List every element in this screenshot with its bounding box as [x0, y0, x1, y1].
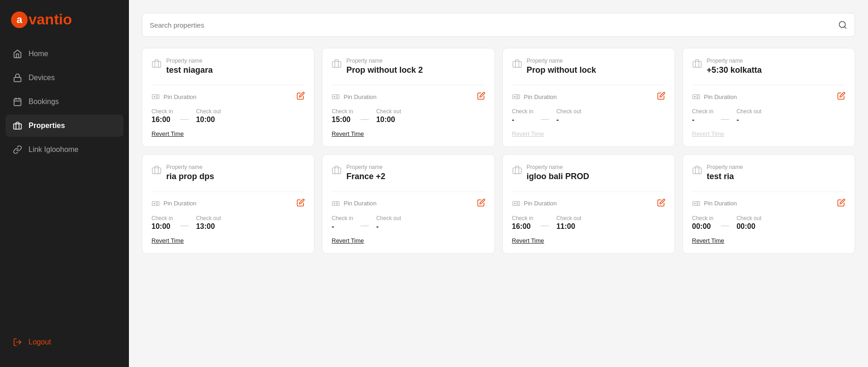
pin-icon	[332, 93, 340, 101]
sidebar-bottom: Logout	[0, 325, 129, 367]
check-out-label: Check out	[556, 215, 581, 221]
check-out-value: -	[556, 116, 581, 124]
pin-duration-label: Pin Duration	[151, 93, 197, 101]
times-row: Check in - — Check out -	[512, 108, 665, 124]
check-out-value: 11:00	[556, 222, 581, 231]
sidebar-item-bookings[interactable]: Bookings	[6, 91, 123, 113]
pin-duration-text: Pin Duration	[704, 200, 737, 207]
pin-icon	[512, 93, 520, 101]
pin-icon	[151, 199, 160, 208]
svg-point-29	[694, 96, 695, 97]
svg-rect-0	[14, 77, 21, 82]
logo-area: avantio	[0, 0, 129, 43]
check-in-value: -	[512, 116, 534, 124]
pin-icon	[332, 199, 340, 208]
check-in-label: Check in	[151, 215, 173, 221]
revert-time-link[interactable]: Revert Time	[151, 237, 305, 244]
logout-button[interactable]: Logout	[11, 332, 118, 352]
svg-rect-51	[693, 168, 701, 174]
svg-point-17	[334, 96, 335, 97]
search-icon	[838, 20, 847, 29]
card-header: Property name ria prop dps	[151, 164, 305, 182]
pin-duration-text: Pin Duration	[163, 200, 197, 207]
pin-duration-label: Pin Duration	[512, 199, 557, 208]
sidebar-item-home[interactable]: Home	[6, 43, 123, 65]
building-icon	[692, 165, 702, 177]
svg-rect-15	[332, 61, 341, 67]
edit-pin-button[interactable]	[837, 92, 845, 102]
property-name: test niagara	[166, 65, 213, 76]
sidebar-item-link-igloohome[interactable]: Link Igloohome	[6, 139, 123, 161]
sidebar-item-devices[interactable]: Devices	[6, 67, 123, 89]
times-row: Check in 16:00 — Check out 10:00	[151, 108, 305, 124]
svg-rect-45	[513, 168, 521, 174]
property-label: Property name	[346, 164, 385, 170]
property-name: Prop without lock	[527, 65, 596, 76]
card-divider	[512, 192, 665, 192]
edit-pin-button[interactable]	[657, 92, 665, 102]
properties-icon	[13, 121, 22, 130]
edit-pin-button[interactable]	[297, 198, 305, 209]
sidebar-item-properties[interactable]: Properties	[6, 115, 123, 137]
sidebar-label-home: Home	[29, 50, 48, 58]
property-card-prop3: Property name Prop without lock Pin Dura…	[502, 48, 675, 147]
sidebar-label-bookings: Bookings	[29, 98, 59, 106]
card-header: Property name test ria	[692, 164, 845, 182]
times-row: Check in 15:00 — Check out 10:00	[332, 108, 485, 124]
revert-time-link: Revert Time	[512, 130, 665, 137]
check-in-label: Check in	[692, 108, 714, 115]
check-out-block: Check out 10:00	[196, 108, 221, 124]
card-header: Property name Prop without lock	[512, 58, 665, 76]
check-out-block: Check out 11:00	[556, 215, 581, 231]
sidebar-label-devices: Devices	[29, 74, 55, 82]
edit-pin-button[interactable]	[297, 92, 305, 102]
check-in-value: -	[332, 222, 353, 231]
building-icon	[512, 58, 522, 70]
svg-rect-33	[152, 168, 161, 174]
property-label: Property name	[346, 58, 423, 64]
time-separator: —	[181, 109, 189, 124]
revert-time-link[interactable]: Revert Time	[151, 130, 305, 137]
card-divider	[151, 85, 305, 85]
edit-pin-button[interactable]	[837, 198, 845, 209]
search-button[interactable]	[838, 20, 847, 29]
pencil-icon	[477, 198, 485, 207]
pin-duration-label: Pin Duration	[151, 199, 197, 208]
check-out-value: -	[736, 116, 761, 124]
check-in-label: Check in	[512, 108, 534, 115]
pin-duration-row: Pin Duration	[151, 198, 305, 209]
revert-time-link[interactable]: Revert Time	[692, 237, 845, 244]
edit-pin-button[interactable]	[477, 198, 485, 209]
card-header: Property name igloo bali PROD	[512, 164, 665, 182]
property-label: Property name	[527, 164, 589, 170]
check-out-label: Check out	[376, 108, 401, 115]
sidebar-nav: Home Devices Bookings	[0, 43, 129, 325]
card-header-content: Property name test niagara	[166, 58, 213, 76]
card-header-content: Property name France +2	[346, 164, 385, 182]
revert-time-link: Revert Time	[692, 130, 845, 137]
card-divider	[151, 192, 305, 192]
property-name: test ria	[707, 171, 743, 182]
building-icon	[692, 58, 702, 70]
revert-time-link[interactable]: Revert Time	[512, 237, 665, 244]
pin-duration-text: Pin Duration	[524, 200, 557, 207]
check-out-value: 00:00	[736, 222, 761, 231]
revert-time-link[interactable]: Revert Time	[332, 130, 485, 137]
card-header: Property name +5:30 kolkatta	[692, 58, 845, 76]
sidebar-label-link: Link Igloohome	[29, 146, 79, 154]
card-header-content: Property name igloo bali PROD	[527, 164, 589, 182]
edit-pin-button[interactable]	[477, 92, 485, 102]
card-divider	[692, 85, 845, 85]
check-out-block: Check out -	[376, 215, 401, 231]
property-label: Property name	[707, 58, 762, 64]
check-out-label: Check out	[736, 215, 761, 221]
time-separator: —	[181, 215, 189, 230]
svg-rect-9	[152, 61, 161, 67]
check-in-label: Check in	[332, 215, 353, 221]
revert-time-link[interactable]: Revert Time	[332, 237, 485, 244]
check-out-value: 10:00	[376, 116, 401, 124]
search-input[interactable]	[150, 21, 838, 29]
pencil-icon	[657, 92, 665, 100]
edit-pin-button[interactable]	[657, 198, 665, 209]
check-in-label: Check in	[692, 215, 714, 221]
